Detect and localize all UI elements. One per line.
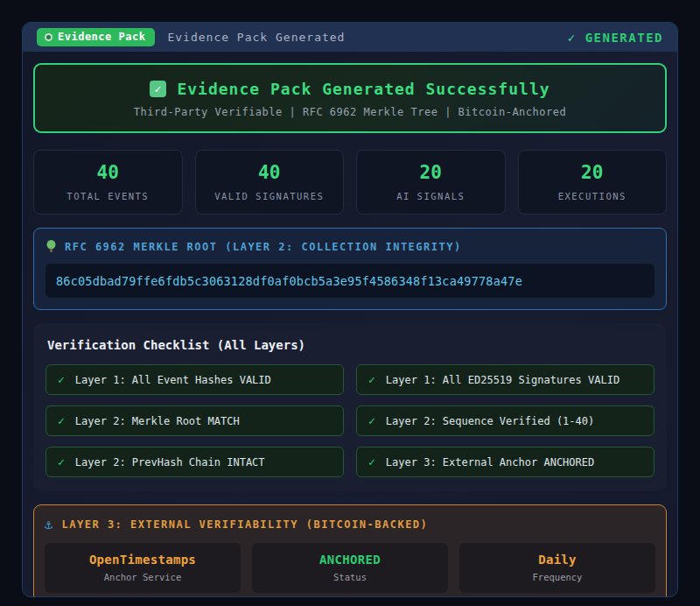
checklist-item-label: Layer 1: All Event Hashes VALID [75,374,271,386]
check-icon: ✓ [368,414,375,427]
success-banner-subtitle: Third-Party Verifiable | RFC 6962 Merkle… [44,106,656,118]
evidence-pack-badge-label: Evidence Pack [58,31,145,43]
check-icon: ✓ [58,414,65,427]
checklist-item: ✓ Layer 1: All ED25519 Signatures VALID [356,364,654,395]
layer3-cards: OpenTimestamps Anchor Service ANCHORED S… [45,543,655,593]
stat-label: EXECUTIONS [524,191,662,201]
anchor-service-label: Anchor Service [50,572,235,582]
merkle-title-text: RFC 6962 MERKLE ROOT (LAYER 2: COLLECTIO… [65,241,462,253]
checkbox-check-icon: ✓ [150,81,166,97]
stat-value: 40 [201,162,339,183]
checklist-item: ✓ Layer 1: All Event Hashes VALID [46,364,344,395]
checklist-item-label: Layer 1: All ED25519 Signatures VALID [386,374,620,386]
check-icon: ✓ [568,31,577,45]
checklist-item: ✓ Layer 2: Merkle Root MATCH [46,405,344,436]
stat-label: TOTAL EVENTS [39,191,177,201]
header-bar: Evidence Pack Evidence Pack Generated ✓ … [23,23,677,52]
check-icon: ✓ [58,373,65,386]
checklist-item: ✓ Layer 2: PrevHash Chain INTACT [46,447,344,477]
check-icon: ✓ [368,455,375,469]
evidence-pack-badge: Evidence Pack [37,28,155,46]
check-icon: ✓ [368,373,375,386]
success-banner: ✓ Evidence Pack Generated Successfully T… [33,63,667,133]
stat-label: VALID SIGNATURES [201,191,339,201]
stat-value: 40 [39,162,177,183]
stat-value: 20 [524,162,662,183]
stat-card-ai-signals: 20 AI SIGNALS [356,150,506,215]
success-banner-title: ✓ Evidence Pack Generated Successfully [150,80,550,98]
anchor-frequency-label: Frequency [465,572,650,582]
anchor-icon: ⚓ [45,517,54,532]
merkle-section-title: RFC 6962 MERKLE ROOT (LAYER 2: COLLECTIO… [46,240,654,253]
checklist-item: ✓ Layer 2: Sequence Verified (1-40) [356,405,654,436]
checklist-item-label: Layer 3: External Anchor ANCHORED [386,456,594,469]
checklist-item: ✓ Layer 3: External Anchor ANCHORED [356,447,654,477]
stat-card-total-events: 40 TOTAL EVENTS [33,150,183,215]
check-icon: ✓ [58,455,65,469]
layer3-title-text: LAYER 3: EXTERNAL VERIFIABILITY (BITCOIN… [62,518,429,531]
page-title: Evidence Pack Generated [167,31,345,44]
stat-value: 20 [362,162,500,183]
status-badge: ✓ GENERATED [568,31,663,45]
verification-checklist-section: Verification Checklist (All Layers) ✓ La… [33,323,667,491]
anchor-frequency-card: Daily Frequency [459,543,655,593]
success-title-text: Evidence Pack Generated Successfully [177,80,550,98]
checklist-item-label: Layer 2: Merkle Root MATCH [75,415,240,427]
merkle-root-hash: 86c05dbad79ffe6fdb5c3063128df0af0bcb5a3e… [56,274,522,288]
stat-card-executions: 20 EXECUTIONS [518,150,668,215]
layer3-section: ⚓ LAYER 3: EXTERNAL VERIFIABILITY (BITCO… [33,504,667,597]
stats-row: 40 TOTAL EVENTS 40 VALID SIGNATURES 20 A… [33,150,667,215]
anchor-service-value: OpenTimestamps [50,553,235,567]
merkle-root-section: RFC 6962 MERKLE ROOT (LAYER 2: COLLECTIO… [33,228,667,310]
checklist-item-label: Layer 2: Sequence Verified (1-40) [386,415,594,427]
anchor-service-card: OpenTimestamps Anchor Service [45,543,241,593]
shield-icon [45,33,52,41]
merkle-hash-box: 86c05dbad79ffe6fdb5c3063128df0af0bcb5a3e… [46,264,654,298]
checklist-grid: ✓ Layer 1: All Event Hashes VALID ✓ Laye… [46,364,654,477]
stat-label: AI SIGNALS [362,191,500,201]
content-area: ✓ Evidence Pack Generated Successfully T… [23,52,677,597]
layer3-section-title: ⚓ LAYER 3: EXTERNAL VERIFIABILITY (BITCO… [45,517,655,532]
evidence-pack-panel: Evidence Pack Evidence Pack Generated ✓ … [22,22,678,597]
stat-card-valid-signatures: 40 VALID SIGNATURES [195,150,345,215]
anchor-status-card: ANCHORED Status [252,543,448,593]
tree-icon [46,240,57,253]
checklist-item-label: Layer 2: PrevHash Chain INTACT [75,456,265,469]
anchor-status-value: ANCHORED [257,553,443,567]
anchor-status-label: Status [257,572,443,582]
anchor-frequency-value: Daily [465,553,650,567]
status-label: GENERATED [585,31,663,45]
checklist-heading: Verification Checklist (All Layers) [47,338,654,352]
